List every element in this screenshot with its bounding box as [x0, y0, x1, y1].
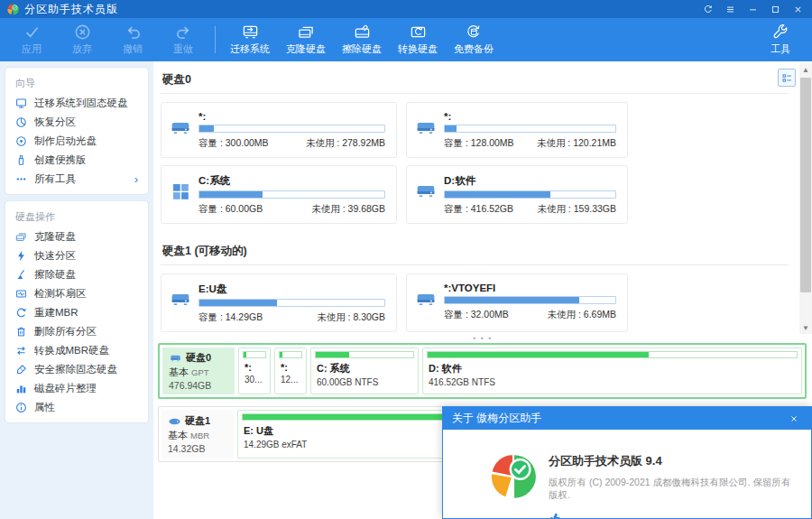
partition-card-d[interactable]: D:软件 容量 : 416.52GB未使用 : 159.33GB	[406, 165, 628, 224]
app-logo-icon	[7, 4, 19, 15]
sidebar-item-migrate-os-to-ssd[interactable]: 迁移系统到固态硬盘	[5, 94, 148, 113]
partition-card-efi[interactable]: *: 容量 : 300.00MB未使用 : 278.92MB	[161, 102, 397, 158]
discard-cancel-icon	[74, 23, 91, 41]
sidebar-item-all-tools[interactable]: 所有工具›	[5, 170, 148, 189]
partition-block-efi[interactable]: *: 30...	[238, 348, 271, 394]
product-logo-icon	[490, 453, 537, 500]
convert-disk-icon	[410, 23, 427, 41]
apply-check-icon	[23, 23, 41, 41]
splitter-handle[interactable]: ● ● ●	[153, 334, 812, 341]
usb-drive-icon	[168, 417, 181, 426]
disk-ops-card: 硬盘操作 克隆硬盘 快速分区 擦除硬盘 检测坏扇区 重建MBR 删除所有分区 转…	[5, 201, 148, 422]
scrollbar-thumb[interactable]	[800, 78, 811, 292]
disk1-label-cell[interactable]: 硬盘1 基本 MBR 14.32GB	[161, 410, 234, 459]
disk1-section: 硬盘1 (可移动的) E:U盘 容量 : 14.29GB未使用 : 8.30GB	[161, 240, 789, 332]
sidebar-item-quick-partition[interactable]: 快速分区	[5, 246, 148, 265]
clone-disk-icon	[298, 23, 315, 41]
pending-ops-group: 应用 放弃 撤销 重做	[9, 22, 206, 58]
sidebar: 向导 迁移系统到固态硬盘 恢复分区 制作启动光盘 创建便携版 所有工具› 硬盘操…	[0, 61, 153, 519]
wipe-disk-button[interactable]: 擦除硬盘	[337, 22, 387, 58]
sidebar-item-clone-disk[interactable]: 克隆硬盘	[5, 227, 148, 246]
sidebar-item-delete-all-partitions[interactable]: 删除所有分区	[5, 322, 148, 341]
view-toggle-button[interactable]	[778, 69, 796, 87]
redo-icon	[175, 23, 192, 41]
menu-icon[interactable]	[723, 3, 737, 15]
disc-icon	[15, 135, 27, 147]
discard-button[interactable]: 放弃	[60, 22, 105, 58]
clone-disk-button[interactable]: 克隆硬盘	[281, 22, 331, 58]
hdd-icon	[171, 290, 190, 310]
about-dialog: 关于 傲梅分区助手 分区助手技术员版 9.4 版权所有 (C) 2009-202…	[442, 406, 812, 519]
free-backup-button[interactable]: 免费备份	[448, 22, 499, 58]
splitter-dots: ● ● ●	[473, 335, 493, 340]
broom-icon	[15, 269, 27, 281]
migrate-os-button[interactable]: 迁移系统	[225, 22, 275, 58]
sidebar-item-properties[interactable]: 属性	[5, 398, 148, 417]
sidebar-item-secure-erase-ssd[interactable]: 安全擦除固态硬盘	[5, 360, 148, 379]
lightning-icon	[15, 250, 27, 262]
usage-bar	[444, 296, 616, 304]
sidebar-item-create-portable[interactable]: 创建便携版	[5, 151, 148, 170]
copyright-text: 版权所有 (C) 2009-2021 成都傲梅科技有限公司. 保留所有版权.	[549, 477, 798, 502]
about-dialog-titlebar: 关于 傲梅分区助手	[443, 407, 811, 430]
pulse-drive-icon	[15, 288, 27, 300]
swap-arrows-icon	[15, 345, 27, 357]
sidebar-item-rebuild-mbr[interactable]: 重建MBR	[5, 303, 148, 322]
partition-card-vtoyefi[interactable]: *:VTOYEFI 容量 : 32.00MB未使用 : 6.69MB	[406, 273, 628, 332]
partition-card-e[interactable]: E:U盘 容量 : 14.29GB未使用 : 8.30GB	[161, 273, 397, 332]
ellipsis-icon	[15, 173, 27, 185]
clone-disk-icon	[15, 231, 27, 243]
partition-card-c[interactable]: C:系统 容量 : 60.00GB未使用 : 39.68GB	[161, 165, 397, 224]
capacity-label: 容量 : 128.00MB	[444, 137, 514, 150]
unused-label: 未使用 : 39.68GB	[311, 203, 385, 216]
disk1-title: 硬盘1 (可移动的)	[161, 240, 789, 264]
refresh-icon[interactable]	[700, 3, 715, 15]
capacity-label: 容量 : 32.00MB	[444, 309, 509, 321]
dialog-close-icon[interactable]	[786, 411, 802, 427]
chevron-right-icon: ›	[134, 173, 138, 185]
usage-bar	[198, 190, 385, 199]
partition-assistant-window: 分区助手技术员版 应用 放弃 撤销 重做 迁移系统 克隆硬盘 擦除硬盘 转换硬盘…	[0, 0, 812, 519]
partition-block-msr[interactable]: *: 12...	[274, 348, 307, 394]
hdd-icon	[416, 290, 436, 310]
partition-block-c[interactable]: C: 系统 60.00GB NTFS	[310, 348, 419, 394]
partition-card-msr[interactable]: *: 容量 : 128.00MB未使用 : 120.21MB	[406, 102, 628, 158]
minimize-icon[interactable]	[745, 3, 760, 15]
apply-button[interactable]: 应用	[9, 22, 54, 58]
sidebar-item-defragment[interactable]: 磁盘碎片整理	[5, 379, 148, 398]
convert-disk-button[interactable]: 转换硬盘	[392, 22, 443, 58]
usb-stick-icon	[15, 154, 27, 166]
disk0-label-cell[interactable]: 硬盘0 基本 GPT 476.94GB	[162, 348, 235, 394]
disk0-title: 硬盘0	[161, 69, 789, 93]
usage-bar	[279, 351, 302, 358]
sidebar-item-check-bad-sectors[interactable]: 检测坏扇区	[5, 284, 148, 303]
usage-bar	[243, 351, 266, 358]
scroll-down-arrow[interactable]: ▼	[799, 321, 812, 334]
thumbs-up-icon	[549, 511, 562, 519]
titlebar: 分区助手技术员版	[0, 0, 812, 18]
tools-button[interactable]: 工具	[758, 22, 803, 58]
undo-icon	[125, 23, 142, 41]
window-title: 分区助手技术员版	[24, 2, 118, 17]
sidebar-item-wipe-disk[interactable]: 擦除硬盘	[5, 265, 148, 284]
divider	[161, 93, 789, 94]
sidebar-item-make-bootable-cd[interactable]: 制作启动光盘	[5, 132, 148, 151]
close-icon[interactable]	[790, 3, 805, 15]
disk0-row[interactable]: 硬盘0 基本 GPT 476.94GB *: 30... *: 12...	[158, 343, 807, 399]
vertical-scrollbar[interactable]: ▲ ▼	[799, 63, 812, 334]
maximize-icon[interactable]	[768, 3, 782, 15]
redo-button[interactable]: 重做	[161, 22, 206, 58]
backup-icon	[466, 23, 483, 41]
eraser-icon	[15, 364, 27, 375]
unused-label: 未使用 : 6.69MB	[548, 309, 616, 321]
partition-block-d[interactable]: D: 软件 416.52GB NTFS	[422, 348, 802, 394]
sidebar-item-recover-partition[interactable]: 恢复分区	[5, 113, 148, 132]
sidebar-item-convert-to-mbr[interactable]: 转换成MBR硬盘	[5, 341, 148, 360]
scroll-up-arrow[interactable]: ▲	[799, 63, 812, 76]
toolbar-separator	[215, 26, 216, 53]
usage-bar	[315, 351, 414, 358]
wipe-disk-icon	[354, 23, 371, 41]
capacity-label: 容量 : 416.52GB	[444, 203, 513, 216]
disks-overview: 硬盘0 *: 容量 : 300.00MB未使用 : 278.92MB	[153, 61, 812, 334]
undo-button[interactable]: 撤销	[110, 22, 155, 58]
